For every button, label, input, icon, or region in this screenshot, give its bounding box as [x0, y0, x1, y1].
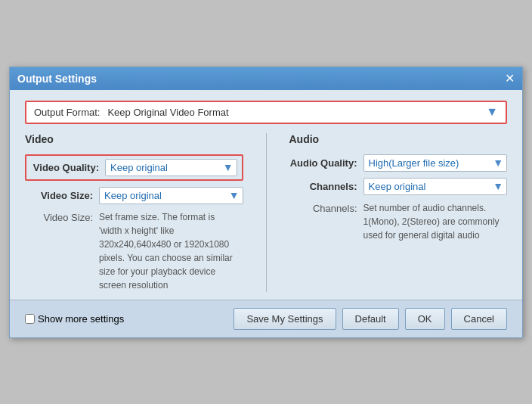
- output-format-select-wrapper: Keep Original Video Format MP4 AVI MKV M…: [107, 107, 498, 118]
- default-button[interactable]: Default: [342, 308, 399, 330]
- video-size-select-box: Keep original 1920x1080 1280x720 640x480…: [99, 187, 243, 204]
- channels-description-row: Channels: Set number of audio channels. …: [289, 201, 508, 242]
- video-size-select[interactable]: Keep original 1920x1080 1280x720 640x480…: [104, 190, 238, 201]
- dialog-title: Output Settings: [17, 73, 97, 85]
- video-size-description-label: Video Size:: [25, 210, 93, 223]
- channels-row: Channels: Keep original 1(Mono) 2(Stereo…: [289, 178, 508, 195]
- audio-section-title: Audio: [289, 133, 508, 145]
- show-more-settings-label: Show more settings: [38, 313, 124, 325]
- video-column: Video Video Quality: Keep original High …: [25, 133, 243, 292]
- cancel-button[interactable]: Cancel: [451, 308, 507, 330]
- audio-quality-label: Audio Quality:: [289, 157, 357, 169]
- video-quality-label: Video Quality:: [31, 162, 99, 173]
- channels-description-label: Channels:: [289, 201, 357, 214]
- channels-select-box: Keep original 1(Mono) 2(Stereo) ▼: [363, 178, 508, 195]
- dialog-body: Output Format: Keep Original Video Forma…: [10, 90, 522, 300]
- video-size-description-row: Video Size: Set frame size. The format i…: [25, 210, 243, 292]
- video-size-description: Set frame size. The format is 'width x h…: [99, 210, 243, 292]
- audio-quality-row: Audio Quality: High(Larger file size) Me…: [289, 154, 508, 172]
- save-my-settings-button[interactable]: Save My Settings: [234, 308, 336, 330]
- close-button[interactable]: ✕: [505, 73, 515, 85]
- channels-select[interactable]: Keep original 1(Mono) 2(Stereo): [369, 181, 503, 192]
- output-format-select[interactable]: Keep Original Video Format MP4 AVI MKV M…: [107, 107, 498, 118]
- video-quality-row: Video Quality: Keep original High Medium…: [25, 154, 243, 181]
- audio-column: Audio Audio Quality: High(Larger file si…: [289, 133, 508, 292]
- show-more-settings-wrapper: Show more settings: [25, 313, 124, 325]
- video-size-row: Video Size: Keep original 1920x1080 1280…: [25, 187, 243, 204]
- video-section-title: Video: [25, 133, 243, 145]
- channels-description: Set number of audio channels. 1(Mono), 2…: [363, 201, 508, 242]
- footer-buttons: Save My Settings Default OK Cancel: [234, 308, 507, 330]
- show-more-settings-checkbox[interactable]: [25, 314, 35, 324]
- output-format-row: Output Format: Keep Original Video Forma…: [25, 101, 507, 124]
- ok-button[interactable]: OK: [405, 308, 445, 330]
- channels-label: Channels:: [289, 181, 357, 192]
- title-bar: Output Settings ✕: [10, 67, 522, 90]
- settings-columns: Video Video Quality: Keep original High …: [25, 133, 507, 292]
- footer-left: Show more settings: [25, 313, 227, 325]
- video-quality-select[interactable]: Keep original High Medium Low: [110, 162, 232, 173]
- audio-quality-select[interactable]: High(Larger file size) Medium Low: [369, 157, 503, 169]
- video-size-label: Video Size:: [25, 190, 93, 201]
- video-quality-select-box: Keep original High Medium Low ▼: [105, 159, 237, 176]
- footer: Show more settings Save My Settings Defa…: [10, 300, 522, 337]
- audio-quality-select-box: High(Larger file size) Medium Low ▼: [363, 154, 508, 172]
- column-divider: [266, 133, 267, 292]
- output-settings-dialog: Output Settings ✕ Output Format: Keep Or…: [9, 67, 523, 338]
- output-format-label: Output Format:: [34, 107, 100, 118]
